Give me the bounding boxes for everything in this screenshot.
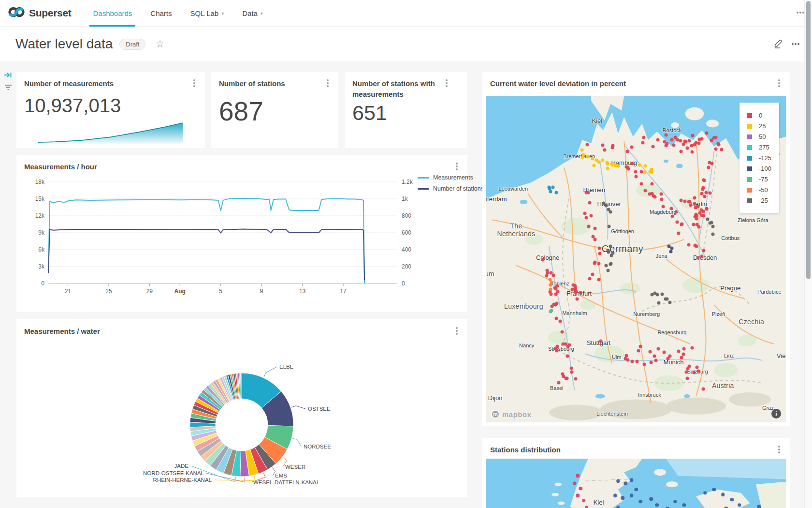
nav-item-sql-lab[interactable]: SQL Lab ▾ <box>181 0 233 26</box>
station-dot <box>589 214 593 218</box>
donut-label: NORD-OSTSEE-KANAL <box>143 470 204 476</box>
chart-title: Measurements / water <box>24 326 452 337</box>
station-dot <box>550 309 553 312</box>
chart-menu-icon[interactable] <box>193 82 195 84</box>
station-dot <box>587 225 590 228</box>
station-dot <box>680 199 683 202</box>
nav-overflow-menu-icon[interactable] <box>799 12 801 14</box>
page-title: Water level data <box>15 36 113 52</box>
dashboard-header: Water level data Draft ☆ <box>0 27 812 61</box>
draft-badge: Draft <box>119 39 145 50</box>
nav-item-dashboards[interactable]: Dashboards <box>84 0 141 26</box>
station-dot <box>691 346 694 349</box>
map-legend-item: -125 <box>747 154 771 162</box>
map-info-icon[interactable]: i <box>771 409 781 418</box>
legend-swatch <box>747 156 752 161</box>
chart-menu-icon[interactable] <box>446 82 448 84</box>
station-dot <box>635 359 638 363</box>
scrollbar-thumb[interactable] <box>806 1 811 279</box>
station-dot <box>626 149 629 153</box>
svg-text:800: 800 <box>402 212 411 219</box>
station-dot <box>697 141 701 145</box>
station-dot <box>579 487 583 491</box>
legend-swatch <box>747 145 752 150</box>
donut-label: WESEL-DATTELN-KANAL <box>253 479 320 485</box>
top-navbar: Superset Dashboards Charts SQL Lab ▾ Dat… <box>0 0 812 27</box>
donut-label: NORDSEE <box>304 444 331 449</box>
map-basemap <box>486 459 786 508</box>
mapbox-attribution[interactable]: m mapbox <box>491 410 532 418</box>
station-dot <box>667 357 670 360</box>
svg-text:25: 25 <box>105 288 112 295</box>
station-dot <box>574 291 578 294</box>
germany-map[interactable]: 02550275-125-100-75-50-25 m mapbox i Kie… <box>486 96 786 422</box>
nav-item-charts[interactable]: Charts <box>141 0 181 26</box>
chart-card-water-level-map: Current water level deviation in percent <box>482 72 790 426</box>
header-more-menu-icon[interactable] <box>795 43 797 45</box>
filter-icon[interactable] <box>4 84 13 92</box>
legend-label: -125 <box>759 154 771 162</box>
series-measurements <box>48 198 364 284</box>
station-dot <box>655 503 659 507</box>
station-dot <box>648 170 652 173</box>
chart-menu-icon[interactable] <box>778 82 780 84</box>
station-dot <box>676 221 679 224</box>
station-dot <box>686 367 690 370</box>
station-dot <box>703 194 707 198</box>
nav-item-data[interactable]: Data ▾ <box>233 0 272 26</box>
station-dot <box>576 493 580 497</box>
station-dot <box>569 366 573 370</box>
station-dot <box>554 293 557 296</box>
kpi-value: 651 <box>345 102 467 124</box>
station-dot <box>657 347 660 350</box>
chart-menu-icon[interactable] <box>456 165 458 167</box>
station-dot <box>696 369 700 373</box>
station-dot <box>588 201 591 204</box>
station-dot <box>649 497 653 501</box>
station-dot <box>669 250 672 254</box>
nav-items: Dashboards Charts SQL Lab ▾ Data ▾ <box>84 0 272 26</box>
page-scrollbar[interactable] <box>804 0 812 508</box>
legend-label: 25 <box>759 122 766 130</box>
superset-brand[interactable]: Superset <box>0 0 84 26</box>
station-dot <box>575 298 579 301</box>
map-legend-item: 275 <box>747 144 771 151</box>
svg-text:0: 0 <box>41 280 44 287</box>
station-dot <box>708 161 711 164</box>
station-dot <box>694 206 697 209</box>
station-dot <box>706 217 710 221</box>
station-dot <box>668 301 671 304</box>
station-dot <box>641 141 645 144</box>
chart-title: Stations distribution <box>490 445 774 455</box>
station-dot <box>693 202 696 206</box>
svg-text:6k: 6k <box>38 246 45 253</box>
station-dot <box>624 482 628 486</box>
station-dot <box>644 164 647 168</box>
edit-pencil-icon[interactable] <box>773 38 784 51</box>
station-dot <box>549 287 552 291</box>
chart-menu-icon[interactable] <box>456 330 458 332</box>
legend-item[interactable]: Number of stations <box>418 185 484 192</box>
expand-filter-bar-icon[interactable] <box>4 71 13 81</box>
station-dot <box>616 506 620 508</box>
chart-menu-icon[interactable] <box>778 448 780 450</box>
station-dot <box>594 261 597 264</box>
station-dot <box>653 292 657 295</box>
station-dot <box>670 138 674 141</box>
legend-swatch <box>418 177 429 179</box>
legend-swatch <box>747 166 752 171</box>
station-dot <box>738 503 741 507</box>
station-dot <box>667 244 670 248</box>
station-dot <box>670 207 673 210</box>
legend-swatch <box>747 177 752 182</box>
stations-map[interactable]: KielRostock <box>486 459 786 508</box>
station-dot <box>592 235 595 239</box>
kpi-card-stations: Number of stations 687 <box>211 72 338 148</box>
favorite-star-icon[interactable]: ☆ <box>155 38 164 50</box>
legend-item[interactable]: Measurements <box>418 174 484 181</box>
station-dot <box>609 244 612 248</box>
chart-menu-icon[interactable] <box>327 82 329 84</box>
donut-label: ELBE <box>279 364 294 370</box>
kpi-sparkline <box>38 120 183 144</box>
station-dot <box>730 498 734 502</box>
